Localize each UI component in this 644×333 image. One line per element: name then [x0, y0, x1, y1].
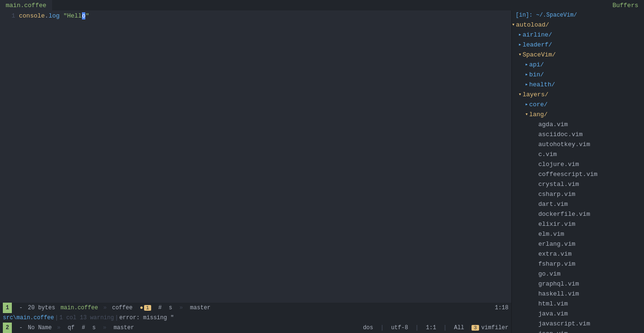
tree-item[interactable]: c.vim	[512, 149, 644, 159]
tree-item[interactable]: javascript.vim	[512, 319, 644, 329]
tree-item[interactable]: ▾ layers/	[512, 90, 644, 100]
tab-main-coffee[interactable]: main.coffee	[0, 0, 52, 10]
sb2-all: All	[454, 324, 464, 331]
cmd-col-info: 1 col 13 warning	[59, 314, 114, 321]
tree-item[interactable]: agda.vim	[512, 120, 644, 130]
sb2-pipe3: |	[444, 324, 447, 331]
tree-item[interactable]: crystal.vim	[512, 179, 644, 189]
tree-item[interactable]: elm.vim	[512, 229, 644, 239]
tree-item[interactable]: coffeescript.vim	[512, 169, 644, 179]
tree-item[interactable]: haskell.vim	[512, 289, 644, 299]
tree-label-dir-open: SpaceVim/	[523, 50, 556, 59]
sb1-arrow1: »	[100, 305, 110, 311]
tree-item[interactable]: csharp.vim	[512, 189, 644, 199]
tree-label-file: graphql.vim	[538, 279, 579, 288]
tree-item[interactable]: extra.vim	[512, 249, 644, 259]
tree-item[interactable]: html.vim	[512, 299, 644, 309]
tree-container: ▾ autoload/▸ airline/▸ leaderf/▾ SpaceVi…	[512, 20, 644, 333]
tree-label-file: fsharp.vim	[538, 259, 575, 268]
sb2-space6	[375, 324, 379, 331]
cmd-line: src\main.coffee | 1 col 13 warning | err…	[0, 313, 511, 323]
sb2-mode: 2	[3, 323, 12, 333]
tree-label-file: elixir.vim	[538, 220, 575, 229]
main-layout: 1 console.log "Hello" 1 - 20 bytes main.…	[0, 10, 644, 333]
tree-label-file: erlang.vim	[538, 240, 575, 249]
tree-label-file: autohotkey.vim	[538, 140, 590, 149]
token-console: console	[19, 12, 45, 19]
editor-content[interactable]: 1 console.log "Hello"	[0, 10, 511, 303]
sb2-arrow1: »	[57, 324, 60, 331]
tree-arrow-closed: ▸	[525, 60, 528, 69]
sb2-dos: dos	[363, 324, 373, 331]
sb2-pipe2: |	[415, 324, 418, 331]
tree-label-file: javascript.vim	[538, 319, 590, 328]
tree-item[interactable]: ▾ autoload/	[512, 20, 644, 30]
sb2-space1	[63, 324, 66, 331]
tree-item[interactable]: clojure.vim	[512, 159, 644, 169]
line-content-1: console.log "Hello"	[19, 11, 89, 21]
tree-label-file: asciidoc.vim	[538, 130, 583, 139]
tree-item[interactable]: fsharp.vim	[512, 259, 644, 269]
sb2-linepos: 1:1	[426, 324, 436, 331]
tree-item[interactable]: graphql.vim	[512, 279, 644, 289]
tree-item[interactable]: ▾ lang/	[512, 110, 644, 120]
tree-item[interactable]: autohotkey.vim	[512, 139, 644, 149]
tree-item[interactable]: ▸ api/	[512, 60, 644, 70]
tree-item[interactable]: ▸ bin/	[512, 70, 644, 80]
tree-item[interactable]: dart.vim	[512, 199, 644, 209]
sb1-space1	[135, 305, 138, 311]
tree-item[interactable]: ▸ airline/	[512, 30, 644, 40]
status-bar-2: 2 - No Name » qf # s » master dos | utf-…	[0, 323, 511, 333]
tree-arrow-closed: ▸	[525, 70, 528, 79]
sb2-space9	[421, 324, 424, 331]
sb2-space4	[98, 324, 101, 331]
sb1-sep	[14, 305, 17, 311]
tree-item[interactable]: ▸ core/	[512, 100, 644, 110]
tree-label-file: html.vim	[538, 299, 568, 308]
tree-item[interactable]: elixir.vim	[512, 219, 644, 229]
tree-header: [in]: ~/.SpaceVim/	[512, 10, 644, 20]
tree-label-file: dockerfile.vim	[538, 210, 590, 219]
status-bar-1: 1 - 20 bytes main.coffee » coffee ● 1 # …	[0, 303, 511, 313]
tree-item[interactable]: ▾ SpaceVim/	[512, 50, 644, 60]
tree-label-dir-closed: core/	[529, 100, 548, 109]
tree-arrow-closed: ▸	[518, 30, 522, 39]
tree-label-file: go.vim	[538, 269, 561, 278]
tree-item[interactable]: json.vim	[512, 329, 644, 333]
line-number-1: 1	[2, 11, 15, 21]
token-string-close: "	[85, 12, 89, 19]
cmd-sep2: |	[115, 314, 118, 321]
tree-item[interactable]: ▸ leaderf/	[512, 40, 644, 50]
tree-item[interactable]: go.vim	[512, 269, 644, 279]
sb2-space11	[449, 324, 452, 331]
tree-item[interactable]: asciidoc.vim	[512, 130, 644, 139]
sb1-pos: 1:18	[495, 305, 508, 311]
sb2-branch: master	[114, 324, 134, 331]
tree-item[interactable]: java.vim	[512, 309, 644, 319]
sb2-space10	[438, 324, 441, 331]
token-log: log	[48, 12, 59, 19]
tree-label-dir-open: layers/	[523, 90, 549, 99]
tree-label-file: coffeescript.vim	[538, 170, 598, 179]
tree-arrow-closed: ▸	[525, 100, 528, 109]
tree-label-dir-closed: leaderf/	[523, 40, 552, 49]
editor-line-1: 1 console.log "Hello"	[0, 11, 511, 21]
tree-item[interactable]: dockerfile.vim	[512, 209, 644, 219]
tree-label-dir-closed: health/	[529, 80, 555, 89]
sb2-space7	[386, 324, 389, 331]
sb2-noname: No Name	[25, 324, 55, 331]
tree-item[interactable]: ▸ health/	[512, 80, 644, 90]
tree-label-file: haskell.vim	[538, 289, 579, 298]
sb1-warning-dot: ●	[140, 305, 143, 311]
tab-bar: main.coffee Buffers	[0, 0, 644, 10]
tab-label: main.coffee	[6, 2, 46, 9]
sb2-qf: qf	[68, 324, 74, 331]
sb1-branch: master	[190, 305, 210, 311]
sb1-space3	[163, 305, 167, 311]
tree-label-file: csharp.vim	[538, 190, 575, 199]
sb1-hash: #	[158, 305, 162, 311]
sb2-space2	[76, 324, 80, 331]
tree-arrow-open: ▾	[512, 20, 515, 29]
tree-item[interactable]: erlang.vim	[512, 239, 644, 249]
tree-label-file: clojure.vim	[538, 160, 579, 169]
